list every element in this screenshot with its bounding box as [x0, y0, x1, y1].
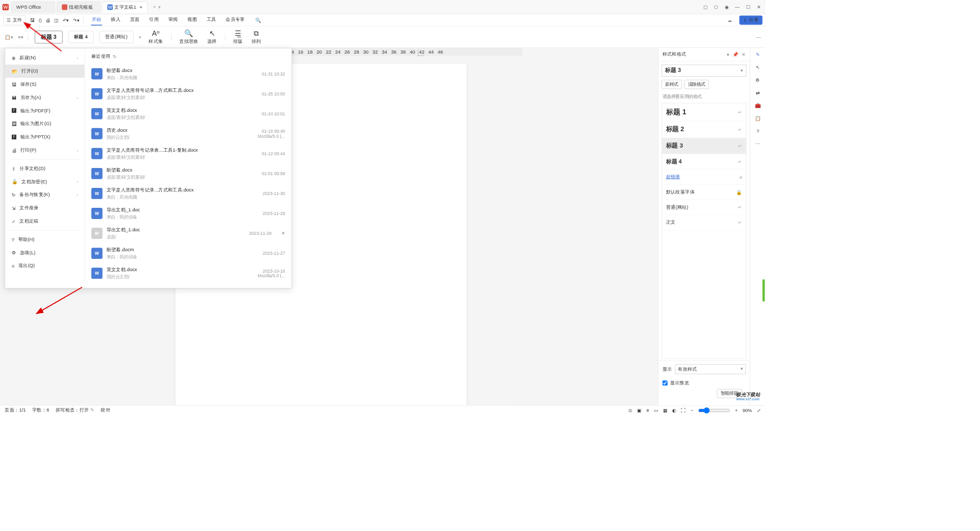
maximize-icon[interactable]: ☐ [746, 4, 751, 10]
file-menu-exit[interactable]: ⎋退出(Q) [5, 259, 84, 273]
status-word-count[interactable]: 字数：6 [32, 407, 49, 414]
help-side-icon[interactable]: ? [756, 129, 759, 134]
file-menu-export-image[interactable]: 🖼输出为图片(G) [5, 117, 84, 131]
find-replace-button[interactable]: 🔍查找替换 [176, 28, 202, 46]
print-preview-icon[interactable]: ⎙ [39, 17, 41, 23]
more-icon[interactable]: ⋯ [755, 141, 760, 147]
edit-mode-icon[interactable]: ✎ [756, 52, 760, 58]
zoom-out-icon[interactable]: − [691, 407, 693, 413]
clipboard-icon[interactable]: 📋 [755, 116, 761, 122]
arrange-button[interactable]: ⧉排列 [248, 28, 264, 45]
style-scroll-icon[interactable]: ▾ [139, 34, 141, 40]
zoom-slider[interactable] [698, 407, 730, 414]
tab-menu-chevron-icon[interactable]: ▾ [158, 4, 161, 10]
share-button[interactable]: ⇪分享 [739, 15, 762, 25]
horizontal-ruler[interactable]: 1416182022242628303234363840424446 [287, 48, 523, 56]
style-heading3[interactable]: 标题 3 [35, 31, 62, 43]
tab-reference[interactable]: 引用 [149, 15, 160, 26]
show-preview-checkbox[interactable]: 显示预览 [658, 377, 750, 389]
file-menu-final[interactable]: ✓文档定稿 [5, 214, 84, 228]
style-list-item[interactable]: 默认段落字体🔒 [662, 185, 746, 200]
recent-file-item[interactable]: W 导出文档_1.doc来自：我的设备 2023-11-29 [91, 203, 285, 223]
toolbox-icon[interactable]: 🧰 [755, 103, 761, 109]
justify-icon[interactable]: ≡▾ [18, 34, 23, 40]
zoom-value[interactable]: 90% [743, 407, 752, 413]
recent-file-item[interactable]: W 文字是人类用符号记录...方式和工具.docx来自：其他电脑 2023-11… [91, 183, 285, 203]
style-list-item[interactable]: 标题 1↵ [662, 103, 746, 121]
cloud-icon[interactable]: ☁ [727, 17, 732, 23]
dark-mode-icon[interactable]: ◐ [672, 407, 676, 413]
new-tab-button[interactable]: + [153, 4, 156, 10]
view-read-icon[interactable]: ▭ [654, 407, 658, 413]
recent-file-item[interactable]: W 英文文档.docx桌面/素材/文档素材/ 01-24 10:01 [91, 104, 285, 124]
status-page[interactable]: 页面：1/1 [5, 407, 26, 414]
style-list-item[interactable]: 标题 4↵ [662, 154, 746, 170]
style-list-item[interactable]: 普通(网站)↵ [662, 200, 746, 215]
file-menu-open[interactable]: 📂打开(O) [5, 65, 84, 78]
file-menu-help[interactable]: ?帮助(H) [5, 233, 84, 246]
panel-icon[interactable]: ▢ [703, 4, 708, 10]
print-icon[interactable]: 🖨 [45, 17, 50, 23]
avatar-icon[interactable]: ◉ [725, 4, 729, 10]
tab-close-icon[interactable]: ● [139, 5, 142, 10]
smart-layout-button[interactable]: 智能排版 [717, 389, 742, 398]
recent-file-item[interactable]: W 历史.docx我的云文档/ 01-18 09:40Mozilla/5.0 (… [91, 124, 285, 143]
recent-file-item[interactable]: W 盼望着.docx来自：其他电脑 01-31 10:32 [91, 64, 285, 84]
save-icon[interactable]: 🖫 [30, 17, 35, 23]
recent-file-item[interactable]: W 文字是人类用符号记录...方式和工具.docx桌面/素材/文档素材/ 01-… [91, 84, 285, 104]
close-window-icon[interactable]: ✕ [757, 4, 761, 10]
layout-button[interactable]: ☰̲排版 [230, 28, 246, 46]
file-menu-saveas[interactable]: 🖬另存为(A)› [5, 91, 84, 104]
style-list-item[interactable]: 标题 2↵ [662, 122, 746, 138]
file-menu-export-ppt[interactable]: 🅿输出为PPT(X) [5, 130, 84, 143]
fullscreen-icon[interactable]: ⛶ [681, 407, 685, 413]
tab-start[interactable]: 开始 [91, 15, 102, 26]
search-icon[interactable]: 🔍 [255, 17, 261, 23]
preview-icon[interactable]: ◫ [54, 17, 59, 23]
focus-mode-icon[interactable]: ⊙ [628, 407, 632, 413]
status-spellcheck[interactable]: 拼写检查：打开 ✎ [56, 407, 94, 414]
tab-vip[interactable]: 会员专享 [225, 15, 246, 26]
copy-icon[interactable]: 📋▾ [5, 34, 13, 40]
collapse-ribbon-icon[interactable]: — [756, 34, 761, 40]
file-menu-button[interactable]: ☰ 文件 [3, 15, 26, 26]
tab-page[interactable]: 页面 [129, 15, 140, 26]
recent-file-item[interactable]: W 导出文档_1.doc桌面/ 2023-11-29 ✕ [91, 224, 285, 244]
recent-file-item[interactable]: W 盼望着.docx桌面/素材/文档素材/ 01-01 09:58 [91, 163, 285, 183]
recent-file-item[interactable]: W 文字是人类用符号记录表...工具1-复制.docx桌面/素材/文档素材/ 0… [91, 143, 285, 163]
close-panel-icon[interactable]: ✕ [742, 52, 746, 57]
recent-file-item[interactable]: W 英文文档.docx我的云文档/ 2023-10-16Mozilla/5.0 … [91, 263, 285, 283]
tab-tools[interactable]: 工具 [206, 15, 217, 26]
file-menu-backup[interactable]: ↻备份与恢复(K)› [5, 188, 84, 202]
tab-insert[interactable]: 插入 [110, 15, 121, 26]
zoom-in-icon[interactable]: + [735, 407, 738, 413]
file-menu-save[interactable]: 🖫保存(S) [5, 78, 84, 91]
file-menu-slim[interactable]: ⇲文件瘦身 [5, 202, 84, 215]
chevron-down-icon[interactable]: ▾ [727, 52, 729, 57]
cube-icon[interactable]: ⬡ [714, 4, 718, 10]
view-web-icon[interactable]: ▦ [663, 407, 668, 413]
style-list-item[interactable]: 正文↵ [662, 215, 746, 230]
remove-recent-icon[interactable]: ✕ [281, 231, 285, 236]
tab-review[interactable]: 审阅 [167, 15, 179, 26]
settings-icon[interactable]: ⚙ [755, 78, 760, 83]
current-style-selector[interactable]: 标题 3▾ [662, 65, 746, 77]
clear-format-button[interactable]: 清除格式 [684, 80, 709, 89]
redo-icon[interactable]: ↷▾ [73, 17, 80, 23]
recent-file-item[interactable]: W 盼望着.docm来自：我的设备 2023-11-27 [91, 244, 285, 263]
translate-icon[interactable]: ⇄ [756, 90, 760, 96]
show-filter-select[interactable]: 有效样式▾ [675, 364, 746, 374]
file-menu-encrypt[interactable]: 🔒文档加密(E)› [5, 175, 84, 188]
file-menu-new[interactable]: ⊕新建(N)› [5, 52, 84, 65]
file-menu-print[interactable]: 🖨打印(P)› [5, 143, 84, 157]
style-heading4[interactable]: 标题 4 [68, 31, 93, 43]
file-menu-options[interactable]: ⚙选项(L) [5, 246, 84, 259]
file-menu-export-pdf[interactable]: 🅿输出为PDF(F) [5, 104, 84, 117]
tab-templates[interactable]: 找稻壳模板 [57, 2, 101, 13]
tab-document[interactable]: W文字文稿1 ● [102, 2, 148, 13]
style-normal-web[interactable]: 普通(网站) [99, 31, 133, 43]
fit-page-icon[interactable]: ⤢ [757, 407, 761, 413]
new-style-button[interactable]: 新样式 [662, 80, 682, 89]
view-print-icon[interactable]: ▣ [637, 407, 642, 413]
select-button[interactable]: ↖选择 [204, 28, 220, 46]
